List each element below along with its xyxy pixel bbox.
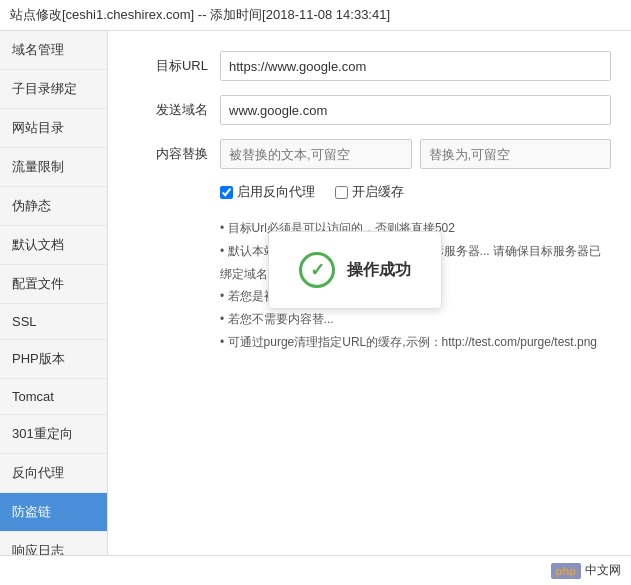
enable-cache-checkbox[interactable] (335, 186, 348, 199)
enable-reverse-proxy-text: 启用反向代理 (237, 183, 315, 201)
sidebar-item-domain-mgmt[interactable]: 域名管理 (0, 31, 107, 70)
content-replace-to-input[interactable] (420, 139, 612, 169)
page-title: 站点修改[ceshi1.cheshirex.com] -- 添加时间[2018-… (10, 7, 390, 22)
content-replace-row: 内容替换 (128, 139, 611, 169)
sidebar-item-redirect-301[interactable]: 301重定向 (0, 415, 107, 454)
send-domain-label: 发送域名 (128, 101, 208, 119)
send-domain-row: 发送域名 (128, 95, 611, 125)
content-replace-label: 内容替换 (128, 145, 208, 163)
sidebar-item-tomcat[interactable]: Tomcat (0, 379, 107, 415)
page-title-bar: 站点修改[ceshi1.cheshirex.com] -- 添加时间[2018-… (0, 0, 631, 31)
sidebar-item-pseudo-static[interactable]: 伪静态 (0, 187, 107, 226)
sidebar-item-access-log[interactable]: 响应日志 (0, 532, 107, 555)
target-url-label: 目标URL (128, 57, 208, 75)
sidebar-item-hotlink[interactable]: 防盗链 (0, 493, 107, 532)
success-text: 操作成功 (347, 260, 411, 281)
enable-reverse-proxy-label[interactable]: 启用反向代理 (220, 183, 315, 201)
target-url-input[interactable] (220, 51, 611, 81)
page-wrapper: 站点修改[ceshi1.cheshirex.com] -- 添加时间[2018-… (0, 0, 631, 585)
enable-cache-label[interactable]: 开启缓存 (335, 183, 404, 201)
php-label: php (556, 565, 576, 577)
footer-site-text: 中文网 (585, 562, 621, 579)
sidebar-item-default-doc[interactable]: 默认文档 (0, 226, 107, 265)
success-check-icon (299, 252, 335, 288)
sidebar-item-site-dir[interactable]: 网站目录 (0, 109, 107, 148)
sidebar-item-ssl[interactable]: SSL (0, 304, 107, 340)
sidebar-item-php-version[interactable]: PHP版本 (0, 340, 107, 379)
footer: php 中文网 (0, 555, 631, 585)
php-badge: php (551, 563, 581, 579)
content-area: 目标URL 发送域名 内容替换 启用反向代理 (108, 31, 631, 555)
sidebar-item-reverse-proxy[interactable]: 反向代理 (0, 454, 107, 493)
sidebar: 域名管理 子目录绑定 网站目录 流量限制 伪静态 默认文档 配置文件 SSL P… (0, 31, 108, 555)
target-url-row: 目标URL (128, 51, 611, 81)
sidebar-item-traffic-limit[interactable]: 流量限制 (0, 148, 107, 187)
content-replace-from-input[interactable] (220, 139, 412, 169)
main-layout: 域名管理 子目录绑定 网站目录 流量限制 伪静态 默认文档 配置文件 SSL P… (0, 31, 631, 555)
sidebar-item-config-file[interactable]: 配置文件 (0, 265, 107, 304)
tip-item: 若您不需要内容替... (220, 308, 611, 331)
success-overlay: 操作成功 (268, 231, 442, 309)
checkbox-row: 启用反向代理 开启缓存 (220, 183, 611, 201)
send-domain-input[interactable] (220, 95, 611, 125)
enable-reverse-proxy-checkbox[interactable] (220, 186, 233, 199)
tip-item: 可通过purge清理指定URL的缓存,示例：http://test.com/pu… (220, 331, 611, 354)
enable-cache-text: 开启缓存 (352, 183, 404, 201)
sidebar-item-subdir-bind[interactable]: 子目录绑定 (0, 70, 107, 109)
